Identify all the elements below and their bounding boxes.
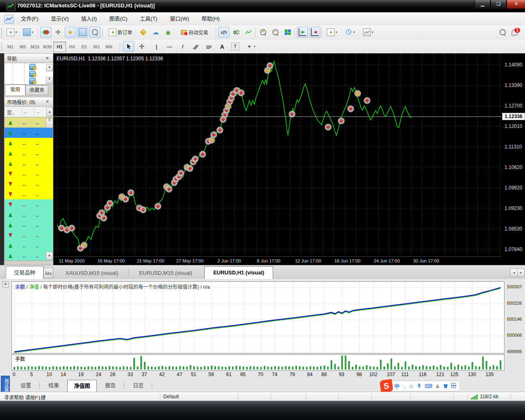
minimize-button[interactable]: ▁ xyxy=(475,0,491,9)
timeframe-mn[interactable]: MN xyxy=(103,41,115,52)
terminal-button[interactable] xyxy=(77,27,88,38)
channel-tool[interactable] xyxy=(203,41,215,52)
arrows-tool[interactable]: ✦▾ xyxy=(243,41,258,52)
lots-chart[interactable]: 手数 xyxy=(11,354,504,371)
navigator-scroll-down[interactable]: ▼ xyxy=(46,77,53,84)
autotrading-button[interactable]: 自动交易 xyxy=(175,27,214,38)
market-watch-tab-symbols[interactable]: 交易品种 xyxy=(6,266,43,279)
market-watch-row[interactable]: ▲.... xyxy=(5,220,53,230)
market-watch-row[interactable]: ▲.... xyxy=(5,240,53,251)
bar-chart-button[interactable] xyxy=(218,27,229,38)
chart-tab-eurusd-h1[interactable]: EURUSD,H1 (visual) xyxy=(204,266,273,280)
date-axis[interactable]: 11 May 202015 May 17:0021 May 17:0027 Ma… xyxy=(53,256,501,265)
market-watch-row[interactable]: ▲.... xyxy=(5,179,53,189)
sogou-logo-icon[interactable]: S xyxy=(379,379,393,393)
templates-button[interactable]: ▾ xyxy=(360,27,377,38)
text-tool[interactable]: A xyxy=(217,41,228,52)
data-window-button[interactable]: ✛ xyxy=(52,27,64,38)
sogou-emoji-icon[interactable]: ☺ xyxy=(409,383,414,389)
sogou-mic-icon[interactable] xyxy=(417,383,422,389)
signals-button[interactable]: ◉ xyxy=(162,27,173,38)
tester-tab-report[interactable]: 报告 xyxy=(98,380,122,391)
line-chart-button[interactable] xyxy=(243,27,254,38)
tester-tab-journal[interactable]: 日志 xyxy=(126,380,150,391)
sogou-person-icon[interactable]: ♟ xyxy=(435,383,440,389)
sogou-skin-icon[interactable] xyxy=(443,383,448,388)
market-watch-button[interactable] xyxy=(40,27,51,38)
maximize-button[interactable]: ❏ xyxy=(491,0,507,9)
sogou-keyboard-icon[interactable]: ⌨ xyxy=(425,383,432,389)
tester-tab-graph[interactable]: 净值图 xyxy=(67,380,97,392)
zoom-out-button[interactable]: − xyxy=(270,27,281,38)
strategy-tester-button[interactable] xyxy=(89,27,100,38)
vertical-line-tool[interactable]: | xyxy=(151,41,162,52)
navigator-tab-favorites[interactable]: 收藏夹 xyxy=(25,85,48,95)
menu-tools[interactable]: 工具(T) xyxy=(135,12,163,25)
market-watch-menu-icon[interactable]: ☰ xyxy=(46,118,53,128)
market-watch-scroll-down[interactable]: ▼ xyxy=(46,252,53,260)
market-watch-row[interactable]: ▲.... xyxy=(5,128,53,138)
sogou-input-bar[interactable]: S 中 ·, ☺ ⌨ ♟ xyxy=(381,381,460,391)
column-bid[interactable]: .. xyxy=(24,109,27,114)
market-watch-tab-ticks[interactable] xyxy=(43,267,53,278)
market-watch-row[interactable]: ▲.... xyxy=(5,210,53,220)
notifications-button[interactable]: 1 xyxy=(509,27,520,38)
text-label-tool[interactable]: T xyxy=(230,41,241,52)
timeframe-h4[interactable]: H4 xyxy=(66,41,78,52)
menu-view[interactable]: 显示(V) xyxy=(46,12,74,25)
price-chart[interactable]: EURUSD,H1 1.12336 1.12357 1.12305 1.1233… xyxy=(53,53,501,256)
zoom-in-button[interactable]: + xyxy=(258,27,269,38)
navigator-close-icon[interactable]: ✕ xyxy=(44,55,50,62)
navigator-scroll-up[interactable]: ▲ xyxy=(46,64,53,71)
auto-scroll-button[interactable]: ▶ xyxy=(297,27,308,38)
search-button[interactable] xyxy=(497,27,508,38)
periods-button[interactable]: ▾ xyxy=(342,27,358,38)
timeframe-h1[interactable]: H1 xyxy=(53,41,66,52)
menu-help[interactable]: 帮助(H) xyxy=(196,12,225,25)
timeframe-m1[interactable]: M1 xyxy=(4,41,17,52)
tester-tab-results[interactable]: 结果 xyxy=(42,380,66,391)
column-ask[interactable]: .. xyxy=(37,109,39,114)
sogou-toolbox-icon[interactable] xyxy=(451,383,456,389)
mql5-community-button[interactable]: ☁ xyxy=(150,27,161,38)
menu-charts[interactable]: 图表(C) xyxy=(104,12,133,25)
sogou-mode-icon[interactable]: 中 xyxy=(394,383,399,389)
market-watch-scroll-up[interactable]: ▲ xyxy=(46,107,53,116)
crosshair-tool[interactable]: ✛ xyxy=(136,41,147,52)
market-watch-row[interactable]: ▲.... xyxy=(5,189,53,199)
new-order-button[interactable]: + 新订单 xyxy=(105,27,136,38)
navigator-tree[interactable]: ▲ ▼ xyxy=(4,63,53,84)
tile-windows-button[interactable] xyxy=(282,27,293,38)
market-watch-row[interactable]: ▲.... xyxy=(5,199,53,210)
indicators-button[interactable]: +▾ xyxy=(324,27,340,38)
timeframe-m5[interactable]: M5 xyxy=(16,41,29,52)
trendline-tool[interactable]: / xyxy=(177,41,188,52)
toolbar-grip[interactable] xyxy=(1,28,4,38)
toolbar-grip-2[interactable] xyxy=(1,42,4,51)
metaeditor-button[interactable] xyxy=(138,27,149,38)
column-symbol[interactable]: 交.. xyxy=(7,109,15,116)
navigator-tab-common[interactable]: 常用 xyxy=(5,84,25,95)
timeframe-m30[interactable]: M30 xyxy=(41,41,54,52)
chart-tab-eurusd-m15[interactable]: EURUSD,M15 (visual) xyxy=(130,267,201,279)
close-button[interactable]: ✕ xyxy=(507,0,525,9)
timeframe-w1[interactable]: W1 xyxy=(90,41,103,52)
fibonacci-tool[interactable] xyxy=(190,41,201,52)
timeframe-m15[interactable]: M15 xyxy=(29,41,41,52)
tab-scroll-right-icon[interactable]: ▸ xyxy=(517,269,525,277)
market-watch-row[interactable]: ▲.... xyxy=(5,230,53,240)
new-chart-button[interactable]: +▾ xyxy=(4,27,20,38)
market-watch-row[interactable]: ▲.... xyxy=(5,148,53,158)
candlestick-chart-button[interactable] xyxy=(231,27,242,38)
menu-insert[interactable]: 插入(I) xyxy=(76,12,102,25)
menu-window[interactable]: 窗口(W) xyxy=(164,12,194,25)
tester-close-icon[interactable]: ✕ xyxy=(2,281,9,288)
price-scale[interactable]: 1.140901.133901.127001.120101.113101.106… xyxy=(501,53,525,265)
balance-chart[interactable]: 余额 / 净值 / 每个即时价格(基于所有可利用的最小时段的每一个价格的分形插值… xyxy=(11,281,504,354)
chart-tab-xauusd-m15[interactable]: XAUUSD,M15 (visual) xyxy=(57,267,127,279)
market-watch-row[interactable]: ▲.... xyxy=(5,169,53,179)
timeframe-d1[interactable]: D1 xyxy=(78,41,91,52)
market-watch-row[interactable]: ▲.... xyxy=(5,138,53,148)
market-watch-close-icon[interactable]: ✕ xyxy=(45,99,50,105)
chart-shift-button[interactable]: ◀ xyxy=(309,27,320,38)
